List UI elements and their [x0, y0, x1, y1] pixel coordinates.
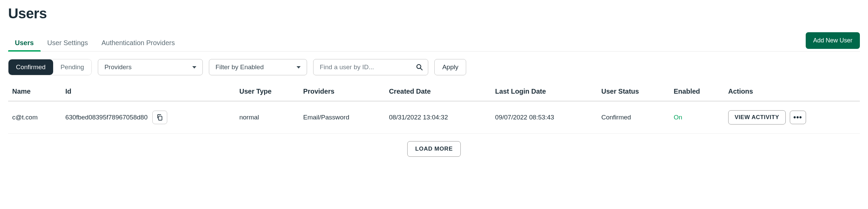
id-value: 630fbed08395f78967058d80	[65, 114, 148, 121]
cell-providers: Email/Password	[299, 101, 385, 134]
more-actions-button[interactable]: •••	[790, 111, 806, 124]
add-user-button[interactable]: Add New User	[806, 32, 860, 49]
tab-users[interactable]: Users	[8, 34, 41, 52]
cell-actions: VIEW ACTIVITY •••	[724, 101, 860, 134]
cell-name: c@t.com	[8, 101, 61, 134]
cell-user-status: Confirmed	[597, 101, 670, 134]
providers-select-label: Providers	[104, 63, 131, 71]
th-last-login-date: Last Login Date	[491, 82, 598, 101]
enabled-select-label: Filter by Enabled	[215, 63, 264, 71]
svg-line-1	[421, 68, 422, 70]
th-id: Id	[61, 82, 235, 101]
providers-select[interactable]: Providers	[98, 59, 203, 75]
cell-user-type: normal	[235, 101, 299, 134]
svg-point-0	[417, 64, 421, 69]
table-row: c@t.com 630fbed08395f78967058d80 normal …	[8, 101, 860, 134]
caret-icon	[192, 66, 196, 69]
table-header-row: Name Id User Type Providers Created Date…	[8, 82, 860, 101]
page-title: Users	[8, 5, 860, 22]
tabs: Users User Settings Authentication Provi…	[8, 34, 181, 51]
th-name: Name	[8, 82, 61, 101]
th-providers: Providers	[299, 82, 385, 101]
search-wrap	[313, 59, 428, 75]
th-enabled: Enabled	[670, 82, 724, 101]
svg-rect-2	[158, 116, 162, 120]
tab-row: Users User Settings Authentication Provi…	[8, 34, 860, 52]
cell-created-date: 08/31/2022 13:04:32	[385, 101, 491, 134]
view-activity-button[interactable]: VIEW ACTIVITY	[728, 110, 786, 125]
toggle-pending[interactable]: Pending	[53, 59, 92, 75]
load-more-wrap: LOAD MORE	[8, 134, 860, 164]
enabled-select[interactable]: Filter by Enabled	[209, 59, 307, 75]
search-icon	[416, 63, 423, 71]
copy-icon	[156, 114, 164, 121]
enabled-value: On	[674, 114, 682, 121]
cell-id: 630fbed08395f78967058d80	[61, 101, 235, 134]
th-actions: Actions	[724, 82, 860, 101]
load-more-button[interactable]: LOAD MORE	[407, 141, 460, 157]
filter-row: Confirmed Pending Providers Filter by En…	[8, 52, 860, 82]
th-created-date: Created Date	[385, 82, 491, 101]
apply-button[interactable]: Apply	[434, 59, 466, 75]
cell-last-login-date: 09/07/2022 08:53:43	[491, 101, 598, 134]
copy-id-button[interactable]	[152, 111, 167, 124]
caret-icon	[297, 66, 301, 69]
th-user-status: User Status	[597, 82, 670, 101]
users-table: Name Id User Type Providers Created Date…	[8, 82, 860, 134]
tab-auth-providers[interactable]: Authentication Providers	[95, 34, 182, 52]
toggle-confirmed[interactable]: Confirmed	[8, 59, 53, 75]
status-toggle-group: Confirmed Pending	[8, 59, 92, 75]
search-input[interactable]	[320, 59, 416, 75]
tab-user-settings[interactable]: User Settings	[41, 34, 95, 52]
th-user-type: User Type	[235, 82, 299, 101]
cell-enabled: On	[670, 101, 724, 134]
